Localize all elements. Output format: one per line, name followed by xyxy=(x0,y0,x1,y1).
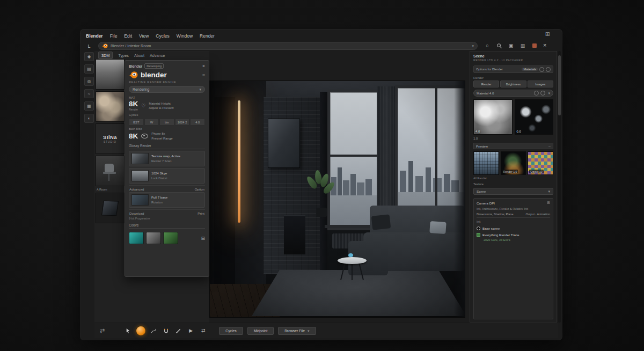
brightness-button[interactable]: Brightness xyxy=(500,81,526,87)
swap-arrows-icon[interactable]: ⇄ xyxy=(100,327,105,334)
tool-layers-icon[interactable]: ▤ xyxy=(84,64,94,74)
thumb-badge: Render 1.0 xyxy=(502,170,518,173)
preview-thumb-plant[interactable]: Render 1.0 xyxy=(501,151,526,175)
app-window: Blender File Edit View Cycles Window Ren… xyxy=(80,30,562,340)
advanced-label[interactable]: Advanced xyxy=(129,187,144,191)
sheet-icon[interactable]: ▥ xyxy=(519,42,526,49)
asset-thumbnail-fabric[interactable] xyxy=(96,91,125,122)
record-circle-icon[interactable]: ○ xyxy=(484,42,491,49)
tool-shading-icon[interactable]: ◐ xyxy=(84,114,94,123)
menu-item-cycles[interactable]: Cycles xyxy=(156,33,170,39)
swatch-teal[interactable] xyxy=(129,232,144,244)
midpoint-button[interactable]: Midpoint xyxy=(247,327,274,335)
segment-button[interactable]: EST xyxy=(129,119,144,126)
shuffle-icon[interactable]: ⇄ xyxy=(199,327,207,335)
menu-item-window[interactable]: Window xyxy=(177,33,193,39)
tab-types[interactable]: Types xyxy=(118,53,128,58)
download-label[interactable]: Download xyxy=(129,211,144,215)
search-icon[interactable] xyxy=(496,42,502,49)
viewport-3d[interactable] xyxy=(209,81,465,318)
hamburger-menu-icon[interactable]: ≡ xyxy=(202,72,205,78)
asset-thumbnail-logo[interactable]: SIlNa STUDIO xyxy=(96,123,125,154)
resolution-line2: Adjust to Preview xyxy=(149,106,173,111)
material-preview-bokeh[interactable]: 0.0 xyxy=(515,99,554,135)
magnet-icon[interactable] xyxy=(162,327,170,335)
grid-icon[interactable]: ⊞ xyxy=(547,201,550,205)
chevron-down-icon[interactable]: ▾ xyxy=(472,44,474,48)
asset-thumbnail-chair[interactable] xyxy=(96,156,125,186)
chevron-down-icon: ▾ xyxy=(308,329,310,333)
curve-icon[interactable] xyxy=(150,327,158,335)
swatch-gray[interactable] xyxy=(146,232,161,244)
menu-item-blender[interactable]: Blender xyxy=(86,33,103,39)
option-line2: Render 7 Scan xyxy=(151,159,180,163)
pen-icon[interactable] xyxy=(174,327,182,335)
print-label[interactable]: Print xyxy=(197,211,204,215)
material-dropdown[interactable]: Material 4.0 ▾ xyxy=(473,90,553,97)
tool-material-icon[interactable]: ◍ xyxy=(84,77,94,86)
menu-item-file[interactable]: File xyxy=(110,33,118,39)
circle-icon[interactable] xyxy=(546,67,551,72)
circle-icon[interactable] xyxy=(540,91,545,96)
chevron-down-icon: ▾ xyxy=(548,189,550,193)
resolution-line1: Material Height xyxy=(149,101,173,106)
grid-icon[interactable]: ⊞ xyxy=(201,236,205,241)
menu-item-edit[interactable]: Edit xyxy=(124,33,132,39)
option-label[interactable]: Option xyxy=(195,187,204,191)
tool-select-icon[interactable]: ◆ xyxy=(84,52,94,61)
tool-curve-icon[interactable]: ≈ xyxy=(84,89,94,98)
collapse-icon[interactable]: – xyxy=(548,144,551,148)
circle-icon[interactable] xyxy=(539,67,544,72)
outliner-tab-group[interactable]: Dimensions, Shadow, Plane xyxy=(477,213,513,216)
cycles-button[interactable]: Cycles xyxy=(219,327,243,335)
active-material-sphere-button[interactable] xyxy=(136,326,145,335)
render-mode-dropdown[interactable]: Rendering ▾ xyxy=(129,86,205,93)
segment-button[interactable]: W xyxy=(144,119,159,126)
heart-icon[interactable]: ♡ xyxy=(141,104,145,108)
option-row-1024[interactable]: 1024 Skye Lock Distort xyxy=(129,168,205,184)
circle-icon[interactable] xyxy=(534,91,539,96)
segment-button[interactable]: bin xyxy=(159,119,174,126)
scrollbar-thumb[interactable] xyxy=(558,55,561,115)
tab-advance[interactable]: Advance xyxy=(150,53,165,58)
tool-grid-icon[interactable]: ▦ xyxy=(84,101,94,111)
outliner-tab-group[interactable]: Output · Animation xyxy=(525,213,550,216)
thumb-badge: Object 10 xyxy=(529,170,543,173)
segment-button[interactable]: 4.0 xyxy=(190,119,205,126)
render-button[interactable]: Render xyxy=(473,81,499,87)
asset-thumbnail-gradient[interactable] xyxy=(96,59,125,90)
outliner-item-base-scene[interactable]: Base scene xyxy=(477,226,550,230)
preview-section-header[interactable]: Preview – xyxy=(473,143,553,149)
menu-item-render[interactable]: Render xyxy=(200,33,215,39)
play-icon[interactable]: ▶ xyxy=(187,327,195,335)
texture-select[interactable]: Scene ▾ xyxy=(473,188,553,195)
menu-item-view[interactable]: View xyxy=(139,33,149,39)
search-bar[interactable]: Blender / Interior Room ▾ xyxy=(98,42,478,50)
preview-thumb-mosaic[interactable]: Object 10 xyxy=(528,151,553,175)
layout-grid-icon[interactable]: ⊞ xyxy=(545,31,550,37)
preview-thumb-city[interactable] xyxy=(473,151,499,175)
menu-bar: Blender File Edit View Cycles Window Ren… xyxy=(86,32,215,40)
asset-thumbnail-cube[interactable] xyxy=(96,193,125,223)
left-toolbar: L ◆ ▤ ◍ ≈ ▦ ◐ xyxy=(84,43,94,123)
option-row-texture[interactable]: Texture map, Active Render 7 Scan xyxy=(129,151,205,166)
outliner-panel: Camera DPI ⊞ Init, Architecture, Render … xyxy=(473,198,553,319)
segment-button[interactable]: 1024 2 xyxy=(175,119,190,126)
option-row-full[interactable]: Full 7 base Rotation xyxy=(129,192,205,208)
materials-badge[interactable]: Materials xyxy=(522,68,538,71)
eye-icon[interactable] xyxy=(141,134,148,138)
outliner-item-render-trace[interactable]: Everything Render Trace xyxy=(477,233,550,237)
images-button[interactable]: Images xyxy=(528,81,553,87)
swatch-green[interactable] xyxy=(163,232,178,244)
flag-icon[interactable] xyxy=(531,42,538,49)
cursor-icon[interactable] xyxy=(124,327,132,335)
tab-3dm[interactable]: 3DM xyxy=(98,52,113,59)
close-icon[interactable]: × xyxy=(202,64,205,69)
close-icon[interactable]: × xyxy=(543,42,546,48)
material-preview-blur[interactable]: 4.0 xyxy=(473,99,513,135)
tab-about[interactable]: About xyxy=(134,53,144,58)
render-view-icon[interactable]: ▣ xyxy=(508,42,514,49)
right-scrollbar[interactable] xyxy=(558,51,561,323)
browser-file-dropdown[interactable]: Browser File ▾ xyxy=(278,327,316,335)
resolution-value: 8K xyxy=(129,100,138,108)
